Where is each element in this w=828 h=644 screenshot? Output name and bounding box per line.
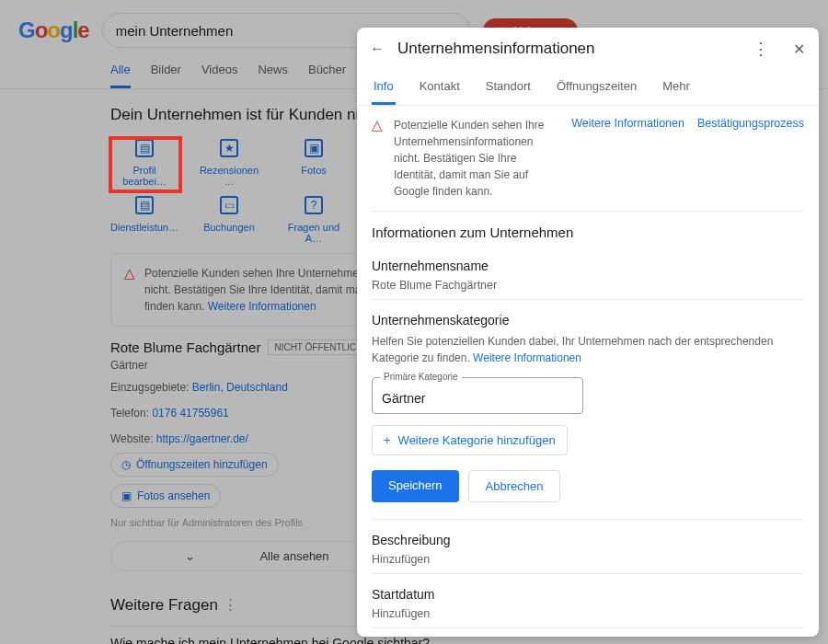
panel-tabs: Info Kontakt Standort Öffnungszeiten Meh… (357, 70, 819, 106)
name-value: Rote Blume Fachgärtner (372, 279, 804, 292)
panel-tab-oeffnungszeiten[interactable]: Öffnungszeiten (555, 70, 638, 105)
info-heading: Informationen zum Unternehmen (372, 224, 804, 240)
category-label: Unternehmenskategorie (372, 313, 804, 328)
cancel-button[interactable]: Abbrechen (468, 470, 561, 502)
business-info-panel: ← Unternehmensinformationen ⋮ ✕ Info Kon… (357, 28, 819, 637)
primary-category-value: Gärtner (382, 391, 573, 406)
warning-icon: △ (372, 117, 383, 133)
save-button[interactable]: Speichern (372, 470, 459, 502)
close-icon[interactable]: ✕ (791, 40, 806, 58)
description-label: Beschreibung (372, 533, 804, 547)
more-icon[interactable]: ⋮ (753, 39, 769, 59)
primary-category-field[interactable]: Primäre Kategorie Gärtner (372, 377, 583, 414)
panel-more-info-link[interactable]: Weitere Informationen (571, 117, 684, 130)
startdate-label: Startdatum (372, 587, 804, 602)
panel-tab-kontakt[interactable]: Kontakt (418, 70, 462, 105)
plus-icon: + (384, 433, 391, 447)
panel-title: Unternehmensinformationen (397, 40, 740, 58)
back-icon[interactable]: ← (370, 40, 385, 57)
description-add-link[interactable]: Hinzufügen (372, 553, 804, 566)
category-help-link[interactable]: Weitere Informationen (473, 351, 581, 364)
panel-verify-link[interactable]: Bestätigungsprozess (697, 117, 804, 130)
add-category-button[interactable]: +Weitere Kategorie hinzufügen (372, 425, 568, 455)
primary-category-label: Primäre Kategorie (380, 372, 462, 382)
startdate-add-link[interactable]: Hinzufügen (372, 607, 804, 620)
panel-tab-mehr[interactable]: Mehr (661, 70, 692, 105)
panel-tab-info[interactable]: Info (372, 70, 396, 105)
panel-warning-text: Potenzielle Kunden sehen Ihre Unternehme… (394, 117, 560, 200)
name-label: Unternehmensname (372, 259, 804, 273)
panel-tab-standort[interactable]: Standort (484, 70, 533, 105)
